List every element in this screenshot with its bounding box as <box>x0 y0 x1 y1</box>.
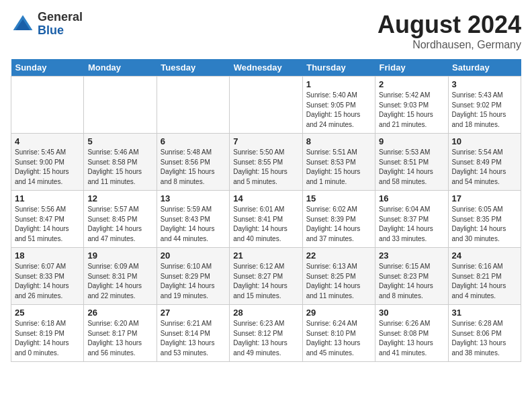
day-info: Sunrise: 6:09 AM Sunset: 8:31 PM Dayligh… <box>87 262 152 301</box>
day-cell: 8Sunrise: 5:51 AM Sunset: 8:53 PM Daylig… <box>302 134 375 191</box>
day-number: 4 <box>15 136 80 146</box>
week-row-5: 25Sunrise: 6:18 AM Sunset: 8:19 PM Dayli… <box>11 305 521 362</box>
day-cell: 6Sunrise: 5:48 AM Sunset: 8:56 PM Daylig… <box>157 134 229 191</box>
day-number: 7 <box>233 136 298 146</box>
day-info: Sunrise: 6:15 AM Sunset: 8:23 PM Dayligh… <box>379 262 444 301</box>
weekday-header-thursday: Thursday <box>302 59 375 77</box>
day-cell: 14Sunrise: 6:01 AM Sunset: 8:41 PM Dayli… <box>230 191 302 248</box>
day-cell <box>157 77 229 134</box>
day-number: 14 <box>233 193 298 203</box>
day-cell: 31Sunrise: 6:28 AM Sunset: 8:06 PM Dayli… <box>448 305 521 362</box>
day-number: 21 <box>233 250 298 261</box>
day-info: Sunrise: 5:56 AM Sunset: 8:47 PM Dayligh… <box>15 205 80 244</box>
day-cell: 4Sunrise: 5:45 AM Sunset: 9:00 PM Daylig… <box>11 134 84 191</box>
day-info: Sunrise: 6:10 AM Sunset: 8:29 PM Dayligh… <box>161 262 226 301</box>
day-info: Sunrise: 6:24 AM Sunset: 8:10 PM Dayligh… <box>306 319 371 358</box>
day-info: Sunrise: 6:04 AM Sunset: 8:37 PM Dayligh… <box>379 205 444 244</box>
day-number: 3 <box>452 79 517 89</box>
day-cell: 24Sunrise: 6:16 AM Sunset: 8:21 PM Dayli… <box>448 248 521 305</box>
day-cell: 10Sunrise: 5:54 AM Sunset: 8:49 PM Dayli… <box>448 134 521 191</box>
day-cell: 12Sunrise: 5:57 AM Sunset: 8:45 PM Dayli… <box>84 191 157 248</box>
day-number: 27 <box>161 308 226 318</box>
week-row-2: 4Sunrise: 5:45 AM Sunset: 9:00 PM Daylig… <box>11 134 521 191</box>
location: Nordhausen, Germany <box>378 39 521 51</box>
day-number: 22 <box>306 250 371 261</box>
day-cell: 16Sunrise: 6:04 AM Sunset: 8:37 PM Dayli… <box>375 191 448 248</box>
day-number: 19 <box>87 250 152 261</box>
day-cell <box>230 77 302 134</box>
day-cell: 7Sunrise: 5:50 AM Sunset: 8:55 PM Daylig… <box>230 134 302 191</box>
day-info: Sunrise: 6:23 AM Sunset: 8:12 PM Dayligh… <box>233 319 298 358</box>
day-info: Sunrise: 6:13 AM Sunset: 8:25 PM Dayligh… <box>306 262 371 301</box>
day-number: 12 <box>87 193 152 203</box>
logo-general: General <box>38 11 83 24</box>
day-cell: 1Sunrise: 5:40 AM Sunset: 9:05 PM Daylig… <box>302 77 375 134</box>
weekday-header-monday: Monday <box>84 59 157 77</box>
week-row-3: 11Sunrise: 5:56 AM Sunset: 8:47 PM Dayli… <box>11 191 521 248</box>
day-cell: 21Sunrise: 6:12 AM Sunset: 8:27 PM Dayli… <box>230 248 302 305</box>
day-info: Sunrise: 6:01 AM Sunset: 8:41 PM Dayligh… <box>233 205 298 244</box>
day-number: 18 <box>15 250 80 261</box>
day-number: 20 <box>161 250 226 261</box>
day-cell: 25Sunrise: 6:18 AM Sunset: 8:19 PM Dayli… <box>11 305 84 362</box>
day-info: Sunrise: 5:50 AM Sunset: 8:55 PM Dayligh… <box>233 148 298 187</box>
day-cell: 9Sunrise: 5:53 AM Sunset: 8:51 PM Daylig… <box>375 134 448 191</box>
day-number: 5 <box>87 136 152 146</box>
day-number: 9 <box>379 136 444 146</box>
month-title: August 2024 <box>378 11 521 39</box>
day-number: 17 <box>452 193 517 203</box>
day-info: Sunrise: 5:45 AM Sunset: 9:00 PM Dayligh… <box>15 148 80 187</box>
week-row-1: 1Sunrise: 5:40 AM Sunset: 9:05 PM Daylig… <box>11 77 521 134</box>
page-header: General Blue August 2024 Nordhausen, Ger… <box>11 11 521 51</box>
day-cell: 5Sunrise: 5:46 AM Sunset: 8:58 PM Daylig… <box>84 134 157 191</box>
day-cell <box>84 77 157 134</box>
logo: General Blue <box>11 11 83 38</box>
weekday-header-wednesday: Wednesday <box>230 59 302 77</box>
weekday-header-friday: Friday <box>375 59 448 77</box>
day-cell: 23Sunrise: 6:15 AM Sunset: 8:23 PM Dayli… <box>375 248 448 305</box>
day-cell: 2Sunrise: 5:42 AM Sunset: 9:03 PM Daylig… <box>375 77 448 134</box>
day-info: Sunrise: 6:28 AM Sunset: 8:06 PM Dayligh… <box>452 319 517 358</box>
day-cell: 28Sunrise: 6:23 AM Sunset: 8:12 PM Dayli… <box>230 305 302 362</box>
weekday-header-sunday: Sunday <box>11 59 84 77</box>
logo-text: General Blue <box>38 11 83 38</box>
day-cell: 20Sunrise: 6:10 AM Sunset: 8:29 PM Dayli… <box>157 248 229 305</box>
day-cell: 13Sunrise: 5:59 AM Sunset: 8:43 PM Dayli… <box>157 191 229 248</box>
day-info: Sunrise: 6:05 AM Sunset: 8:35 PM Dayligh… <box>452 205 517 244</box>
day-number: 16 <box>379 193 444 203</box>
day-info: Sunrise: 5:43 AM Sunset: 9:02 PM Dayligh… <box>452 91 517 130</box>
day-info: Sunrise: 5:53 AM Sunset: 8:51 PM Dayligh… <box>379 148 444 187</box>
day-info: Sunrise: 6:21 AM Sunset: 8:14 PM Dayligh… <box>161 319 226 358</box>
day-info: Sunrise: 5:46 AM Sunset: 8:58 PM Dayligh… <box>87 148 152 187</box>
day-info: Sunrise: 6:26 AM Sunset: 8:08 PM Dayligh… <box>379 319 444 358</box>
title-block: August 2024 Nordhausen, Germany <box>378 11 521 51</box>
day-info: Sunrise: 6:20 AM Sunset: 8:17 PM Dayligh… <box>87 319 152 358</box>
day-info: Sunrise: 6:12 AM Sunset: 8:27 PM Dayligh… <box>233 262 298 301</box>
day-number: 13 <box>161 193 226 203</box>
day-number: 15 <box>306 193 371 203</box>
day-info: Sunrise: 6:18 AM Sunset: 8:19 PM Dayligh… <box>15 319 80 358</box>
day-cell: 3Sunrise: 5:43 AM Sunset: 9:02 PM Daylig… <box>448 77 521 134</box>
day-number: 26 <box>87 308 152 318</box>
day-number: 1 <box>306 79 371 89</box>
day-number: 30 <box>379 308 444 318</box>
logo-icon <box>11 12 35 36</box>
day-cell: 19Sunrise: 6:09 AM Sunset: 8:31 PM Dayli… <box>84 248 157 305</box>
day-number: 23 <box>379 250 444 261</box>
day-cell: 22Sunrise: 6:13 AM Sunset: 8:25 PM Dayli… <box>302 248 375 305</box>
day-cell: 26Sunrise: 6:20 AM Sunset: 8:17 PM Dayli… <box>84 305 157 362</box>
weekday-header-tuesday: Tuesday <box>157 59 229 77</box>
day-cell <box>11 77 84 134</box>
day-number: 31 <box>452 308 517 318</box>
day-info: Sunrise: 5:51 AM Sunset: 8:53 PM Dayligh… <box>306 148 371 187</box>
logo-blue: Blue <box>38 24 83 38</box>
weekday-header-saturday: Saturday <box>448 59 521 77</box>
day-cell: 29Sunrise: 6:24 AM Sunset: 8:10 PM Dayli… <box>302 305 375 362</box>
day-number: 24 <box>452 250 517 261</box>
day-info: Sunrise: 5:48 AM Sunset: 8:56 PM Dayligh… <box>161 148 226 187</box>
calendar-table: SundayMondayTuesdayWednesdayThursdayFrid… <box>11 59 521 362</box>
day-number: 10 <box>452 136 517 146</box>
day-cell: 11Sunrise: 5:56 AM Sunset: 8:47 PM Dayli… <box>11 191 84 248</box>
day-number: 2 <box>379 79 444 89</box>
day-number: 11 <box>15 193 80 203</box>
